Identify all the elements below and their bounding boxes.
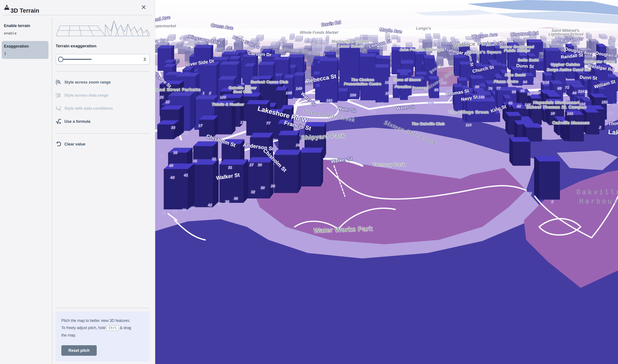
clear-value-label: Clear value	[64, 142, 85, 147]
mountain-icon	[3, 4, 10, 11]
data-range-icon	[56, 92, 61, 98]
field-value: 3	[4, 52, 46, 56]
notice-line3: the map.	[61, 333, 76, 338]
notice-line2-post: & drag	[120, 326, 131, 330]
terrain-panel: 3D Terrain ✕ Enable terrain enable Exagg…	[0, 0, 155, 364]
terrain-illustration	[56, 18, 150, 39]
map-canvas[interactable]: land Avenor DrCross AveDavis RdMaple Ave…	[155, 0, 618, 364]
panel-header: 3D Terrain ✕	[0, 0, 155, 15]
notice-line2-pre: To freely adjust pitch, hold	[61, 326, 106, 330]
field-value: enable	[4, 31, 46, 35]
divider	[56, 71, 150, 72]
slider-value: 3	[143, 57, 146, 62]
app-window: land Avenor DrCross AveDavis RdMaple Ave…	[0, 0, 618, 364]
zoom-range-icon	[56, 79, 61, 85]
column-divider	[52, 18, 52, 364]
ctrl-key: Ctrl	[107, 325, 119, 331]
data-conditions-icon	[56, 105, 61, 111]
menu-label: Style across zoom range	[64, 80, 111, 85]
field-exaggeration[interactable]: Exaggeration 3	[2, 41, 48, 59]
menu-use-formula[interactable]: Use a formula	[56, 118, 150, 125]
menu-label: Use a formula	[64, 119, 90, 124]
undo-icon	[56, 141, 61, 147]
slider-track	[56, 54, 95, 64]
header-divider	[3, 15, 152, 15]
menu-label: Style across data range	[64, 93, 108, 98]
slider-handle	[58, 57, 63, 62]
menu-label: Style with data conditions	[64, 106, 113, 111]
field-enable-terrain[interactable]: Enable terrain enable	[2, 21, 48, 38]
panel-title: 3D Terrain	[11, 7, 39, 14]
exaggeration-slider[interactable]: 3	[56, 54, 150, 65]
reset-pitch-button[interactable]: Reset pitch	[61, 345, 97, 356]
slider-label: Terrain exaggeration	[56, 44, 96, 48]
clear-value-button[interactable]: Clear value	[56, 141, 150, 148]
formula-icon	[56, 119, 61, 124]
menu-style-zoom-range[interactable]: Style across zoom range	[56, 78, 150, 86]
divider	[56, 133, 150, 134]
divider	[56, 308, 150, 308]
close-icon[interactable]: ✕	[140, 3, 148, 11]
menu-style-data-range[interactable]: Style across data range	[56, 91, 150, 99]
menu-style-data-conditions[interactable]: Style with data conditions	[56, 105, 150, 112]
map-scene	[155, 0, 618, 364]
notice-line1: Pitch the map to better view 3D features…	[61, 318, 130, 323]
field-label: Exaggeration	[4, 44, 46, 49]
field-label: Enable terrain	[4, 24, 46, 28]
